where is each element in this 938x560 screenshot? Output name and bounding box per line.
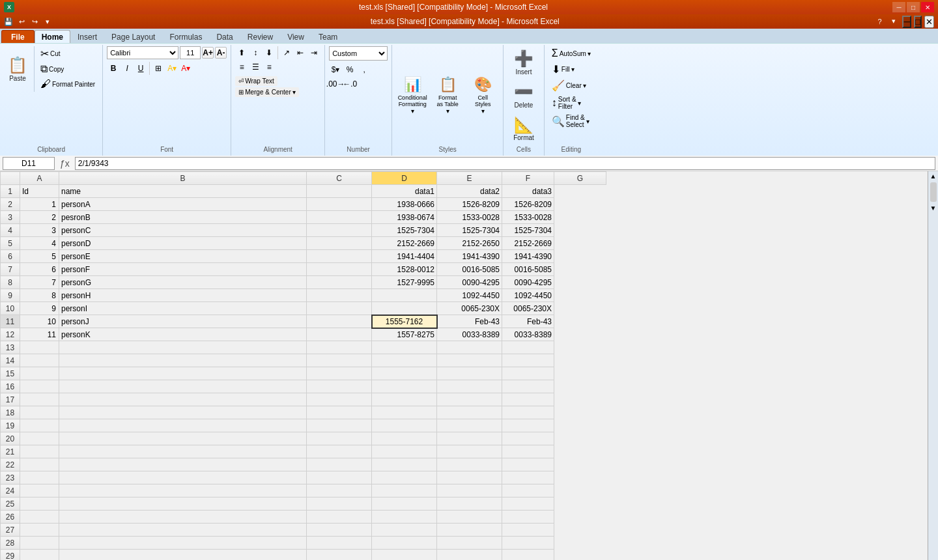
cell-C28[interactable] <box>307 537 372 550</box>
cell-F16[interactable] <box>502 380 554 393</box>
conditional-formatting-button[interactable]: 📊 ConditionalFormatting ▾ <box>396 74 429 118</box>
cell-B27[interactable] <box>59 524 307 537</box>
row-header-17[interactable]: 17 <box>1 393 20 406</box>
cell-D29[interactable] <box>372 550 437 560</box>
cell-B29[interactable] <box>59 550 307 560</box>
row-header-18[interactable]: 18 <box>1 406 20 419</box>
cell-E14[interactable] <box>437 354 502 367</box>
font-size-input[interactable] <box>180 46 201 59</box>
cell-F9[interactable]: 1092-4450 <box>502 289 554 302</box>
cell-D15[interactable] <box>372 367 437 380</box>
spreadsheet-scroll[interactable]: A B C D E F G 1Idnamedata1data2data321pe… <box>0 171 928 560</box>
cell-F2[interactable]: 1526-8209 <box>502 198 554 211</box>
cell-F17[interactable] <box>502 393 554 406</box>
font-increase-button[interactable]: A+ <box>202 47 214 59</box>
cell-A21[interactable] <box>20 445 59 458</box>
cell-F15[interactable] <box>502 367 554 380</box>
cell-E11[interactable]: Feb-43 <box>437 315 502 328</box>
text-direction-button[interactable]: ↗ <box>280 46 293 59</box>
cell-D19[interactable] <box>372 419 437 432</box>
row-header-25[interactable]: 25 <box>1 497 20 511</box>
row-header-7[interactable]: 7 <box>1 263 20 276</box>
delete-button[interactable]: ➖ Delete <box>508 79 539 112</box>
cell-E18[interactable] <box>437 406 502 419</box>
cell-A17[interactable] <box>20 393 59 406</box>
cell-A1[interactable]: Id <box>20 185 59 198</box>
row-header-12[interactable]: 12 <box>1 328 20 341</box>
row-header-15[interactable]: 15 <box>1 367 20 380</box>
cut-button[interactable]: ✂ Cut <box>37 46 98 61</box>
cell-E9[interactable]: 1092-4450 <box>437 289 502 302</box>
row-header-21[interactable]: 21 <box>1 445 20 458</box>
help-button[interactable]: ? <box>874 16 885 27</box>
col-header-a[interactable]: A <box>20 172 59 185</box>
cell-D17[interactable] <box>372 393 437 406</box>
row-header-23[interactable]: 23 <box>1 471 20 484</box>
col-header-e[interactable]: E <box>437 172 502 185</box>
col-header-f[interactable]: F <box>502 172 554 185</box>
cell-A22[interactable] <box>20 458 59 471</box>
cell-B25[interactable] <box>59 497 307 511</box>
cell-D3[interactable]: 1938-0674 <box>372 211 437 224</box>
cell-B8[interactable]: personG <box>59 276 307 289</box>
fill-color-button[interactable]: A▾ <box>165 62 178 75</box>
cell-D13[interactable] <box>372 341 437 354</box>
copy-button[interactable]: ⧉ Copy <box>37 62 98 76</box>
cell-E21[interactable] <box>437 445 502 458</box>
row-header-13[interactable]: 13 <box>1 341 20 354</box>
cell-B6[interactable]: personE <box>59 250 307 263</box>
cell-D16[interactable] <box>372 380 437 393</box>
decrease-decimal-button[interactable]: ←.0 <box>343 77 356 91</box>
font-decrease-button[interactable]: A- <box>215 47 227 59</box>
cell-C20[interactable] <box>307 432 372 445</box>
cell-E4[interactable]: 1525-7304 <box>437 224 502 237</box>
find-select-button[interactable]: 🔍 Find &Select ▾ <box>548 113 593 130</box>
cell-E8[interactable]: 0090-4295 <box>437 276 502 289</box>
cell-E25[interactable] <box>437 497 502 511</box>
cell-E3[interactable]: 1533-0028 <box>437 211 502 224</box>
cell-C27[interactable] <box>307 524 372 537</box>
cell-A7[interactable]: 6 <box>20 263 59 276</box>
cell-C22[interactable] <box>307 458 372 471</box>
align-bottom-button[interactable]: ⬇ <box>263 46 276 59</box>
align-top-button[interactable]: ⬆ <box>235 46 248 59</box>
row-header-24[interactable]: 24 <box>1 484 20 497</box>
cell-D21[interactable] <box>372 445 437 458</box>
row-header-8[interactable]: 8 <box>1 276 20 289</box>
row-header-6[interactable]: 6 <box>1 250 20 263</box>
indent-decrease-button[interactable]: ⇤ <box>294 46 307 59</box>
cell-F27[interactable] <box>502 524 554 537</box>
cell-F25[interactable] <box>502 497 554 511</box>
merge-center-button[interactable]: ⊞ Merge & Center ▾ <box>235 87 299 97</box>
row-header-27[interactable]: 27 <box>1 524 20 537</box>
cell-D18[interactable] <box>372 406 437 419</box>
cell-B26[interactable] <box>59 511 307 524</box>
cell-C11[interactable] <box>307 315 372 328</box>
align-right-button[interactable]: ≡ <box>263 61 276 74</box>
cell-A28[interactable] <box>20 537 59 550</box>
indent-increase-button[interactable]: ⇥ <box>307 46 320 59</box>
col-header-b[interactable]: B <box>59 172 307 185</box>
cell-C25[interactable] <box>307 497 372 511</box>
cell-F29[interactable] <box>502 550 554 560</box>
cell-A26[interactable] <box>20 511 59 524</box>
cell-D2[interactable]: 1938-0666 <box>372 198 437 211</box>
cell-E5[interactable]: 2152-2650 <box>437 237 502 250</box>
cell-A14[interactable] <box>20 354 59 367</box>
font-name-select[interactable]: Calibri <box>107 46 178 59</box>
cell-C1[interactable] <box>307 185 372 198</box>
maximize-button[interactable]: □ <box>907 2 920 12</box>
cell-B23[interactable] <box>59 471 307 484</box>
align-center-button[interactable]: ☰ <box>249 61 262 74</box>
cell-B2[interactable]: personA <box>59 198 307 211</box>
cell-F23[interactable] <box>502 471 554 484</box>
cell-C17[interactable] <box>307 393 372 406</box>
cell-C9[interactable] <box>307 289 372 302</box>
cell-A10[interactable]: 9 <box>20 302 59 315</box>
tab-data[interactable]: Data <box>209 30 240 43</box>
row-header-9[interactable]: 9 <box>1 289 20 302</box>
scroll-up-button[interactable]: ▲ <box>930 173 937 180</box>
cell-C21[interactable] <box>307 445 372 458</box>
cell-A2[interactable]: 1 <box>20 198 59 211</box>
cell-D6[interactable]: 1941-4404 <box>372 250 437 263</box>
